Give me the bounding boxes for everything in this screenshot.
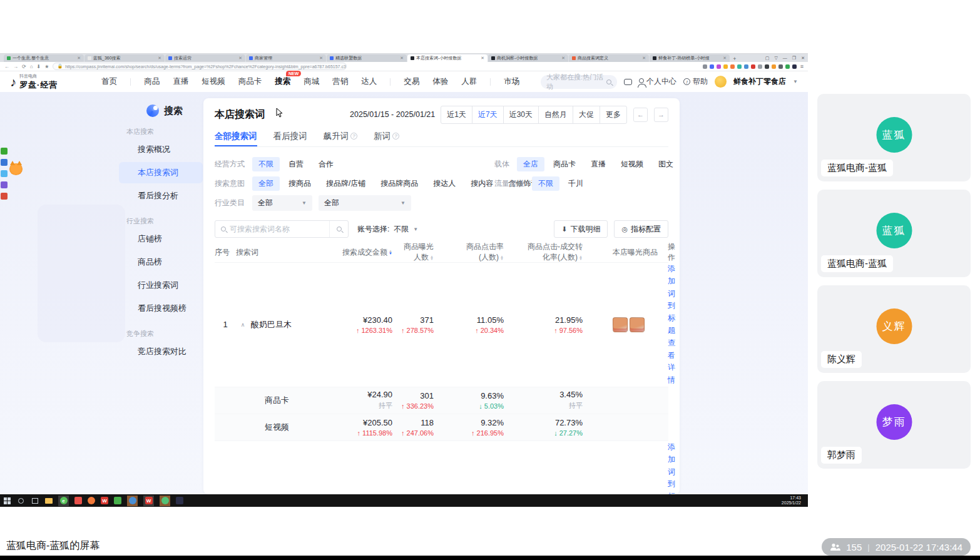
metric-config-button[interactable]: ◎ 指标配置 [614, 220, 668, 238]
filter-option-搜商品[interactable]: 搜商品 [282, 176, 317, 191]
sidebar-item-搜索概况[interactable]: 搜索概况 [119, 139, 203, 160]
tab-close-icon[interactable]: ✕ [400, 56, 404, 61]
participant-card[interactable]: 梦雨 郭梦雨 [817, 381, 971, 469]
sidebar-item-店铺榜[interactable]: 店铺榜 [119, 228, 203, 250]
sidebar-item-看后搜视频榜[interactable]: 看后搜视频榜 [119, 298, 203, 319]
participant-card[interactable]: 蓝狐 蓝狐电商-蓝狐 [817, 190, 971, 277]
tab-全部搜索词[interactable]: 全部搜索词 [215, 127, 257, 146]
back-icon[interactable]: ← [4, 64, 9, 69]
date-option-近1天[interactable]: 近1天 [441, 106, 472, 124]
taskbar-app-icon[interactable]: W [145, 497, 153, 504]
filter-option-千川[interactable]: 千川 [562, 176, 590, 191]
extension-icon[interactable] [772, 64, 776, 69]
tab-close-icon[interactable]: ✕ [238, 56, 242, 61]
date-option-大促[interactable]: 大促 [573, 106, 600, 124]
dock-app-icon[interactable] [1, 148, 8, 155]
message-icon[interactable] [624, 79, 632, 85]
filter-option-不限[interactable]: 不限 [252, 157, 280, 171]
tab-close-icon[interactable]: ✕ [561, 56, 565, 61]
dock-app-icon[interactable] [1, 159, 8, 166]
filter-option-全部[interactable]: 全部 [252, 176, 280, 191]
url-field[interactable]: 🔒 https://compass.jinritemai.com/shop/se… [53, 63, 347, 70]
tab-close-icon[interactable]: ✕ [319, 56, 323, 61]
filter-option-自营[interactable]: 自营 [282, 157, 310, 171]
window-control-icon[interactable]: ❐ [792, 56, 796, 61]
window-control-icon[interactable]: — [783, 56, 787, 60]
taskbar-app-icon[interactable] [88, 497, 95, 504]
filter-option-短视频[interactable]: 短视频 [615, 157, 650, 171]
personal-center-link[interactable]: 个人中心 [639, 76, 676, 87]
extension-icon[interactable] [710, 64, 714, 69]
filter-option-图文[interactable]: 图文 [652, 157, 680, 171]
window-control-icon[interactable]: ▢ [765, 56, 770, 61]
nav-item-交易[interactable]: 交易 [404, 76, 419, 87]
task-view-icon[interactable] [31, 497, 39, 505]
filter-option-商品卡[interactable]: 商品卡 [547, 157, 582, 171]
browser-tab[interactable]: 搜索运营✕ [165, 54, 245, 62]
sort-icon[interactable]: ▲▼ [389, 250, 392, 255]
sidebar-item-本店搜索词[interactable]: 本店搜索词 [119, 162, 203, 183]
product-thumbnail[interactable] [630, 317, 645, 332]
taskbar-app-icon[interactable]: W [101, 497, 108, 504]
taskbar-app-icon[interactable] [176, 497, 183, 504]
nav-item-体验[interactable]: 体验 [432, 76, 448, 87]
tab-新词[interactable]: 新词? [374, 127, 399, 146]
date-option-自然月[interactable]: 自然月 [538, 106, 573, 124]
bookmark-icon[interactable]: ★ [44, 64, 49, 69]
extension-icon[interactable] [730, 64, 735, 69]
sidebar-item-竞店搜索对比[interactable]: 竞店搜索对比 [119, 341, 203, 362]
tab-飙升词[interactable]: 飙升词? [324, 127, 358, 146]
extension-icon[interactable] [703, 64, 707, 69]
new-tab-button[interactable]: + [730, 56, 739, 62]
dock-app-icon[interactable] [1, 170, 8, 177]
window-control-icon[interactable]: ▽ [774, 56, 777, 61]
browser-tab[interactable]: 蓝狐_360搜索✕ [84, 54, 165, 62]
tab-close-icon[interactable]: ✕ [642, 56, 646, 61]
filter-option-搜达人[interactable]: 搜达人 [427, 176, 462, 191]
nav-item-商品卡[interactable]: 商品卡 [238, 76, 262, 87]
extension-icon[interactable] [765, 64, 769, 69]
nav-item-营销[interactable]: 营销 [332, 76, 348, 87]
nav-item-直播[interactable]: 直播 [173, 76, 188, 87]
chevron-down-icon[interactable]: ▼ [793, 79, 798, 84]
product-thumbnail[interactable] [613, 317, 628, 332]
browser-tab[interactable]: 本店搜索词-小时报数据✕ [407, 54, 487, 62]
home-icon[interactable]: ⌂ [30, 64, 33, 69]
global-search-input[interactable]: 大家都在搜:热门活动 [541, 75, 617, 89]
sidebar-item-商品榜[interactable]: 商品榜 [119, 252, 203, 273]
action-link[interactable]: 查看详情 [668, 337, 675, 387]
action-link[interactable]: 添加词到标题 [668, 441, 675, 494]
browser-tab[interactable]: 鲜食补丁-热销榜单-小时报✕ [650, 54, 730, 62]
help-link[interactable]: ! 帮助 [683, 76, 708, 87]
sort-icon[interactable]: ▲▼ [430, 255, 434, 260]
next-period-button[interactable]: → [654, 108, 668, 122]
download-detail-button[interactable]: ⬇ 下载明细 [554, 220, 608, 238]
window-control-icon[interactable]: ✕ [801, 56, 805, 61]
browser-tab[interactable]: 商家管理✕ [246, 54, 326, 62]
category-select-2[interactable]: 全部 ▼ [319, 195, 411, 211]
column-header[interactable]: 商品曝光人数▲▼ [401, 242, 459, 263]
browser-tab[interactable]: 商品搜索词定义✕ [569, 54, 649, 62]
extension-icon[interactable] [751, 64, 755, 69]
nav-item-人群[interactable]: 人群 [461, 76, 477, 87]
tab-close-icon[interactable]: ✕ [77, 56, 81, 61]
store-avatar[interactable] [715, 76, 727, 88]
tab-close-icon[interactable]: ✕ [723, 56, 727, 61]
dock-app-icon[interactable] [1, 181, 8, 188]
filter-option-不限[interactable]: 不限 [532, 176, 559, 191]
prev-period-button[interactable]: ← [633, 108, 648, 122]
filter-option-合作[interactable]: 合作 [312, 157, 340, 171]
nav-item-市场[interactable]: 市场 [504, 76, 519, 87]
nav-item-搜索[interactable]: 搜索NEW [275, 76, 290, 87]
collapse-row-icon[interactable]: ∧ [236, 322, 250, 328]
taskbar-app-icon[interactable] [161, 497, 169, 504]
category-select-1[interactable]: 全部 ▼ [252, 195, 312, 211]
taskbar-app-icon[interactable] [114, 497, 121, 504]
browser-tab[interactable]: 精选联盟数据✕ [327, 54, 407, 62]
nav-item-达人[interactable]: 达人 [361, 76, 377, 87]
extension-icon[interactable] [778, 64, 783, 69]
file-explorer-icon[interactable] [44, 497, 53, 505]
filter-option-直播[interactable]: 直播 [584, 157, 612, 171]
extension-icon[interactable] [744, 64, 748, 69]
download-icon[interactable]: ⬇ [37, 64, 41, 69]
